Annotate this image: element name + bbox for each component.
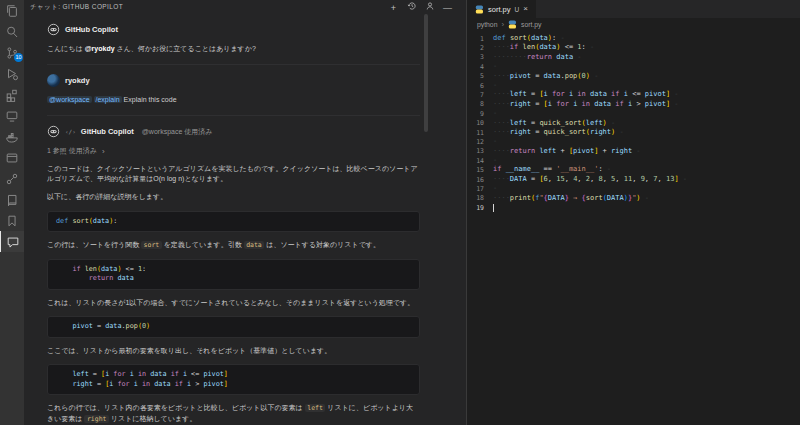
chat-message-paragraph: ここでは、リストから最初の要素を取り出し、それをピボット（基準値）としています。	[47, 346, 420, 357]
editor-code[interactable]: 1def sort(data): -2····if len(data) <= 1…	[467, 31, 800, 212]
code-token: >	[191, 380, 203, 388]
chat-message-header: ‹/›GitHub Copilot@workspace 使用済み	[47, 115, 420, 138]
breadcrumb[interactable]: python › sort.py	[467, 18, 800, 31]
code-token	[56, 274, 89, 282]
code-token: if	[615, 100, 623, 108]
editor-line[interactable]: 4-	[467, 62, 800, 71]
code-token	[56, 380, 72, 388]
code-token: left	[510, 119, 527, 127]
editor-line[interactable]: 9-	[467, 109, 800, 118]
code-token: sort	[586, 194, 603, 202]
references-used-label: 1 参照 使用済み	[47, 146, 97, 156]
copilot-chat-icon[interactable]	[0, 231, 24, 252]
code-token: DATA	[510, 175, 527, 183]
code-token: ····	[493, 43, 510, 51]
explorer-icon[interactable]	[0, 0, 24, 21]
code-token: -	[615, 128, 623, 136]
references-used-row[interactable]: 1 参照 使用済み›	[47, 146, 420, 156]
line-number: 4	[467, 63, 484, 71]
remote-explorer-icon[interactable]	[0, 105, 24, 126]
editor-line-code: ····right = [i for i in data if i > pivo…	[493, 100, 679, 109]
code-token: ]	[224, 380, 228, 388]
chat-panel-title: チャット: GITHUB COPILOT	[30, 3, 123, 12]
live-preview-icon[interactable]	[0, 147, 24, 168]
text-segment: Explain this code	[122, 96, 177, 103]
editor-line-code: ····left = quick_sort(left) -	[493, 119, 615, 128]
code-token: ,	[615, 175, 623, 183]
code-token: -	[586, 43, 594, 51]
editor-line[interactable]: 16····DATA = [6, 15, 4, 2, 8, 5, 11, 9, …	[467, 175, 800, 184]
editor-line[interactable]: 10····left = quick_sort(left) -	[467, 119, 800, 128]
vscode-window: 10 チャット: GITHUB COPILOT + — GitHub Copil…	[0, 0, 800, 425]
code-token: if	[72, 265, 80, 273]
code-token: DATA	[607, 194, 624, 202]
code-token: -	[590, 72, 598, 80]
copilot-avatar-icon	[47, 125, 60, 138]
chat-message-paragraph: この行は、ソートを行う関数 sort を定義しています。引数 data は、ソー…	[47, 240, 420, 251]
chat-author-name: GitHub Copilot	[65, 25, 118, 34]
docker-icon[interactable]	[0, 126, 24, 147]
mention-chip[interactable]: /explain	[94, 96, 122, 103]
line-number: 1	[467, 35, 484, 43]
code-token: -	[670, 90, 678, 98]
code-line: left = [i for i in data if i <= pivot]	[56, 370, 411, 380]
code-token: for	[552, 90, 565, 98]
editor-line[interactable]: 19	[467, 203, 800, 212]
editor-line[interactable]: 18····print(f"{DATA} → {sort(DATA)}") -	[467, 194, 800, 203]
editor-line[interactable]: 3········return data -	[467, 53, 800, 62]
line-number: 6	[467, 82, 484, 90]
history-icon[interactable]	[406, 1, 417, 15]
open-chat-icon[interactable]	[424, 1, 435, 15]
chat-message-paragraph: 以下に、各行の詳細な説明をします。	[47, 192, 420, 203]
collapse-icon[interactable]: —	[442, 2, 453, 15]
editor-line[interactable]: 13····return left + [pivot] + right -	[467, 147, 800, 156]
editor-line[interactable]: 5····pivot = data.pop(0) -	[467, 72, 800, 81]
breadcrumb-file[interactable]: sort.py	[521, 21, 541, 28]
editor-line[interactable]: 2····if len(data) <= 1: -	[467, 43, 800, 52]
code-line: right = [i for i in data if i > pivot]	[56, 380, 411, 390]
run-debug-icon[interactable]	[0, 63, 24, 84]
new-chat-icon[interactable]: +	[388, 2, 399, 15]
text-segment: この行は、ソートを行う関数	[47, 241, 141, 248]
editor-line[interactable]: 7····left = [i for i in data if i <= piv…	[467, 90, 800, 99]
python-icon	[508, 20, 517, 29]
tab-sortpy[interactable]: sort.py U ×	[467, 0, 536, 18]
code-token: left	[539, 147, 556, 155]
search-icon[interactable]	[0, 21, 24, 42]
editor-line[interactable]: 8····right = [i for i in data if i > piv…	[467, 100, 800, 109]
editor-line[interactable]: 1def sort(data): -	[467, 34, 800, 43]
editor-line[interactable]: 15if __name__ == '__main__': -	[467, 165, 800, 174]
chat-panel-header: チャット: GITHUB COPILOT + —	[24, 0, 466, 15]
line-number: 16	[467, 176, 484, 184]
line-number: 14	[467, 157, 484, 165]
bookmarks-icon[interactable]	[0, 210, 24, 231]
editor-line[interactable]: 14-	[467, 156, 800, 165]
text-segment: これらの行では、リスト内の各要素をピボットと比較し、ピボット以下の要素は	[47, 404, 305, 411]
editor-line[interactable]: 11····right = quick_sort(right) -	[467, 128, 800, 137]
source-control-icon[interactable]: 10	[0, 42, 24, 63]
breadcrumb-folder[interactable]: python	[477, 21, 497, 28]
source-control-badge: 10	[14, 53, 23, 62]
mention-chip[interactable]: @workspace	[47, 96, 92, 103]
text-segment: リストに格納しています。	[109, 415, 196, 422]
code-token: ,	[658, 175, 666, 183]
gitlens-icon[interactable]	[0, 168, 24, 189]
code-token: data	[556, 53, 573, 61]
chat-scrollbar-thumb[interactable]	[424, 14, 428, 132]
editor-line[interactable]: 12-	[467, 137, 800, 146]
code-token: -	[556, 34, 564, 42]
code-token: -	[603, 165, 611, 173]
editor-line-code: -	[493, 81, 497, 90]
inline-code-chip: left	[305, 404, 326, 412]
tab-close-icon[interactable]: ×	[523, 5, 528, 13]
code-token: len	[523, 43, 536, 51]
extensions-icon[interactable]	[0, 84, 24, 105]
editor-line[interactable]: 6-	[467, 81, 800, 90]
code-token: :	[113, 217, 117, 225]
docs-icon[interactable]	[0, 189, 24, 210]
code-token: =	[527, 119, 540, 127]
code-token	[493, 204, 494, 212]
editor-line[interactable]: 17-	[467, 184, 800, 193]
code-token: return	[89, 274, 114, 282]
code-token: <=	[628, 90, 645, 98]
